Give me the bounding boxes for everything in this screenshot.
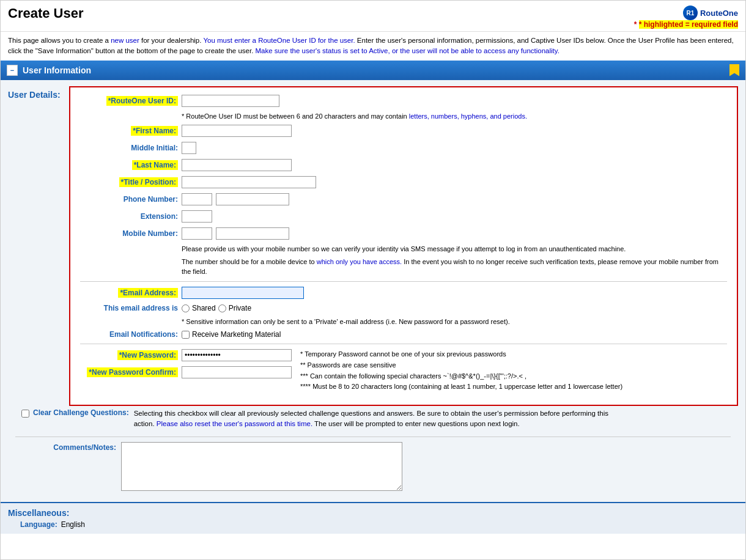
comments-label: Comments/Notes: [21,442,116,452]
phone-number-area-input[interactable] [182,193,212,205]
page-title: Create User [8,6,84,21]
mobile-hint-2: The number should be for a mobile device… [182,257,727,276]
email-notifications-label: Email Notifications: [80,330,178,339]
title-position-label: *Title / Position: [80,178,178,186]
mobile-number-label: Mobile Number: [80,229,178,238]
comments-row: Comments/Notes: [21,442,731,491]
last-name-input[interactable] [182,159,292,171]
comments-section: Comments/Notes: [8,440,738,496]
new-password-input[interactable] [182,349,292,361]
first-name-label: *First Name: [80,127,178,135]
phone-number-row: Phone Number: [80,193,727,205]
email-type-radio-group: Shared Private [182,304,251,312]
last-name-label: *Last Name: [80,161,178,169]
section-header-user-information: − User Information [1,61,745,80]
title-position-input[interactable] [182,176,316,188]
routeone-user-id-label: *RouteOne User ID: [80,97,178,105]
title-position-row: *Title / Position: [80,176,727,188]
clear-challenge-checkbox[interactable] [21,410,29,418]
mobile-number-main-input[interactable] [216,227,289,240]
intro-text: This page allows you to create a new use… [1,32,745,61]
routeone-user-id-input[interactable] [182,95,279,107]
new-password-confirm-input[interactable] [182,366,292,378]
language-label: Language: [20,520,57,529]
middle-initial-row: Middle Initial: [80,142,727,154]
challenge-label-area: Clear Challenge Questions: [21,408,129,418]
mobile-number-area-input[interactable] [182,227,212,240]
shared-radio[interactable] [182,304,190,312]
user-details-label: User Details: [8,86,63,406]
shared-label: Shared [192,304,216,312]
page-wrapper: Create User R1 RouteOne * * highlighted … [0,0,746,560]
new-password-confirm-label: *New Password Confirm: [80,368,178,377]
user-details-section: User Details: *RouteOne User ID: * Route… [8,86,738,406]
separator-1 [80,281,727,282]
private-label: Private [229,304,251,312]
marketing-material-checkbox[interactable] [182,331,190,339]
email-type-label: This email address is [80,304,178,312]
first-name-row: *First Name: [80,125,727,137]
new-password-label: *New Password: [80,351,178,359]
challenge-label: Clear Challenge Questions: [33,408,129,417]
section-title: User Information [23,65,91,75]
user-details-form: *RouteOne User ID: * RouteOne User ID mu… [69,86,738,406]
extension-row: Extension: [80,210,727,223]
challenge-section: Clear Challenge Questions: Selecting thi… [8,406,738,435]
middle-initial-label: Middle Initial: [80,144,178,152]
email-address-row: *Email Address: [80,287,727,299]
middle-initial-input[interactable] [182,142,196,154]
new-password-confirm-row: *New Password Confirm: [80,366,292,378]
required-field-note: * * highlighted = required field [634,20,738,29]
password-section-row: *New Password: *New Password Confirm: [80,349,727,392]
logo-name: RouteOne [700,9,738,18]
challenge-text: Selecting this checkbox will clear all p… [134,408,623,430]
misc-row: Language: English [20,520,738,529]
top-right: R1 RouteOne * * highlighted = required f… [634,6,738,29]
extension-input[interactable] [182,210,212,223]
collapse-button[interactable]: − [7,65,18,76]
routeone-logo: R1 RouteOne [683,6,738,20]
phone-number-label: Phone Number: [80,195,178,204]
first-name-input[interactable] [182,125,292,137]
marketing-material-label: Receive Marketing Material [192,330,281,339]
new-password-row: *New Password: [80,349,292,361]
bookmark-icon [729,64,739,76]
password-labels-inputs: *New Password: *New Password Confirm: [80,349,292,378]
last-name-row: *Last Name: [80,159,727,171]
email-address-label: *Email Address: [80,289,178,297]
email-address-input[interactable] [182,287,304,299]
bottom-section: Miscellaneous: Language: English [1,502,745,534]
top-bar: Create User R1 RouteOne * * highlighted … [1,1,745,32]
content-area: User Details: *RouteOne User ID: * Route… [1,80,745,503]
private-radio[interactable] [218,304,226,312]
misc-title: Miscellaneous: [8,508,738,518]
language-value: English [61,520,85,529]
challenge-row: Clear Challenge Questions: Selecting thi… [21,408,731,430]
mobile-number-row: Mobile Number: [80,227,727,240]
email-notifications-checkbox-row: Receive Marketing Material [182,330,281,339]
mobile-hint-1: Please provide us with your mobile numbe… [182,245,727,254]
separator-2 [80,344,727,344]
separator-3 [15,437,731,437]
extension-label: Extension: [80,212,178,221]
password-hints: * Temporary Password cannot be one of yo… [300,349,622,392]
comments-textarea[interactable] [121,442,402,491]
email-hint: * Sensitive information can only be sent… [182,317,727,326]
phone-number-main-input[interactable] [216,193,289,205]
email-type-row: This email address is Shared Private [80,304,727,312]
routeone-user-id-hint: * RouteOne User ID must be between 6 and… [182,112,727,121]
routeone-user-id-row: *RouteOne User ID: [80,95,727,107]
email-notifications-row: Email Notifications: Receive Marketing M… [80,330,727,339]
logo-icon: R1 [683,6,698,20]
